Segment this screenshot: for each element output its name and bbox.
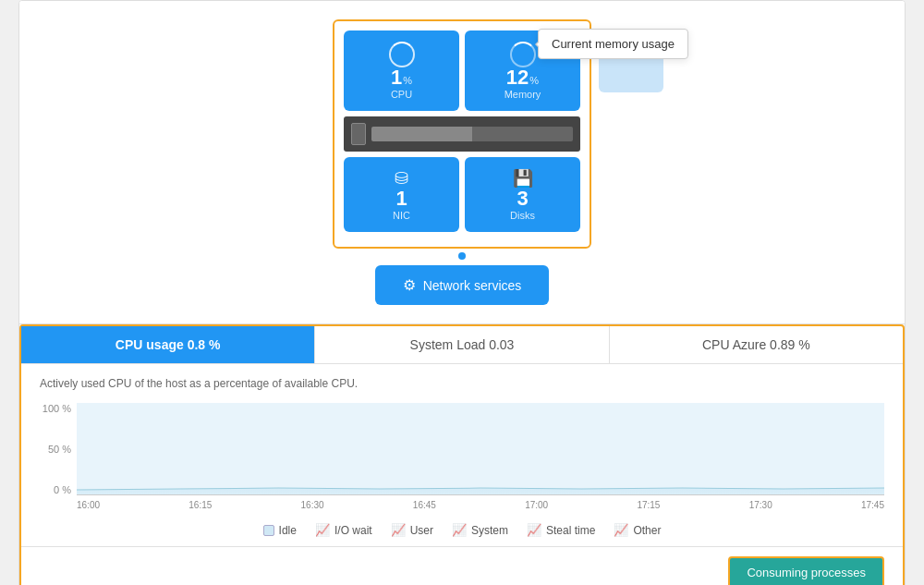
chart-svg xyxy=(77,403,884,494)
bottom-bar: Consuming processes xyxy=(21,546,903,585)
memory-label: Memory xyxy=(505,89,541,100)
nic-value: 1 xyxy=(395,189,407,209)
memory-unit: % xyxy=(529,75,539,86)
chart-description: Actively used CPU of the host as a perce… xyxy=(40,377,884,390)
x-label-5: 17:15 xyxy=(637,500,660,510)
disks-value: 3 xyxy=(517,189,528,209)
tab-cpu-azure[interactable]: CPU Azure 0.89 % xyxy=(610,326,903,363)
x-label-3: 16:45 xyxy=(413,500,436,510)
legend-user-label: User xyxy=(410,524,433,537)
legend-steal-time-label: Steal time xyxy=(546,524,595,537)
chart-container: 100 % 50 % 0 % xyxy=(40,403,884,514)
chart-plot-area xyxy=(77,403,884,495)
cpu-circle-icon xyxy=(389,42,415,67)
cpu-unit: % xyxy=(403,75,412,86)
x-label-7: 17:45 xyxy=(861,500,884,510)
legend-steal-time-icon: 📈 xyxy=(527,523,541,537)
network-services-icon: ⚙ xyxy=(403,276,416,294)
server-diagram-area: Current memory usage 1 % CPU xyxy=(333,19,591,305)
legend-system: 📈 System xyxy=(452,523,508,537)
memory-value: 12 xyxy=(506,67,529,88)
connector-dot xyxy=(458,252,466,260)
x-label-1: 16:15 xyxy=(188,500,212,510)
legend-system-icon: 📈 xyxy=(452,523,467,537)
rack-bar xyxy=(371,127,573,141)
cpu-tile[interactable]: 1 % CPU xyxy=(344,30,459,111)
main-container: Current memory usage 1 % CPU xyxy=(18,0,906,585)
disks-icon: 💾 xyxy=(513,168,533,189)
consuming-processes-button[interactable]: Consuming processes xyxy=(728,556,884,585)
nic-tile[interactable]: ⛁ 1 NIC xyxy=(344,157,459,232)
network-services-label: Network services xyxy=(423,278,522,293)
legend-iowait: 📈 I/O wait xyxy=(315,523,372,537)
chart-y-axis: 100 % 50 % 0 % xyxy=(40,403,77,495)
cpu-label: CPU xyxy=(391,89,412,100)
tab-cpu-usage[interactable]: CPU usage 0.8 % xyxy=(21,326,315,363)
tab-system-load[interactable]: System Load 0.03 xyxy=(315,326,609,363)
server-box: Current memory usage 1 % CPU xyxy=(333,19,591,249)
nic-icon: ⛁ xyxy=(395,168,408,189)
server-rack-row xyxy=(344,116,580,152)
legend-row: Idle 📈 I/O wait 📈 User 📈 System 📈 Steal … xyxy=(40,523,884,537)
legend-steal-time: 📈 Steal time xyxy=(527,523,595,537)
rack-unit-indicator xyxy=(351,123,366,145)
chart-x-axis: 16:00 16:15 16:30 16:45 17:00 17:15 17:3… xyxy=(77,495,884,514)
x-label-4: 17:00 xyxy=(525,500,548,510)
legend-idle: Idle xyxy=(263,523,297,537)
x-label-2: 16:30 xyxy=(301,500,324,510)
chart-section: Actively used CPU of the host as a perce… xyxy=(21,364,903,546)
legend-system-label: System xyxy=(471,524,508,537)
legend-other-icon: 📈 xyxy=(614,523,628,537)
legend-idle-dot xyxy=(263,525,274,536)
legend-other: 📈 Other xyxy=(614,523,661,537)
memory-tooltip: Current memory usage xyxy=(538,29,688,59)
legend-idle-label: Idle xyxy=(279,524,297,537)
disks-label: Disks xyxy=(510,210,535,221)
legend-iowait-label: I/O wait xyxy=(334,524,372,537)
cpu-value: 1 xyxy=(391,67,402,88)
x-label-6: 17:30 xyxy=(749,500,772,510)
network-services-button[interactable]: ⚙ Network services xyxy=(375,265,550,305)
y-label-0: 0 % xyxy=(54,484,71,495)
tooltip-text: Current memory usage xyxy=(552,37,675,51)
metrics-grid-bottom: ⛁ 1 NIC 💾 3 Disks xyxy=(344,157,580,232)
nic-label: NIC xyxy=(393,210,410,221)
tabs-row: CPU usage 0.8 % System Load 0.03 CPU Azu… xyxy=(21,326,903,364)
y-label-100: 100 % xyxy=(43,403,71,414)
x-label-0: 16:00 xyxy=(77,500,100,510)
legend-iowait-icon: 📈 xyxy=(315,523,330,537)
bottom-section: CPU usage 0.8 % System Load 0.03 CPU Azu… xyxy=(19,324,905,585)
disks-tile[interactable]: 💾 3 Disks xyxy=(465,157,580,232)
legend-user: 📈 User xyxy=(391,523,433,537)
top-section: Current memory usage 1 % CPU xyxy=(19,1,905,324)
legend-other-label: Other xyxy=(633,524,661,537)
legend-user-icon: 📈 xyxy=(391,523,406,537)
y-label-50: 50 % xyxy=(48,444,71,455)
